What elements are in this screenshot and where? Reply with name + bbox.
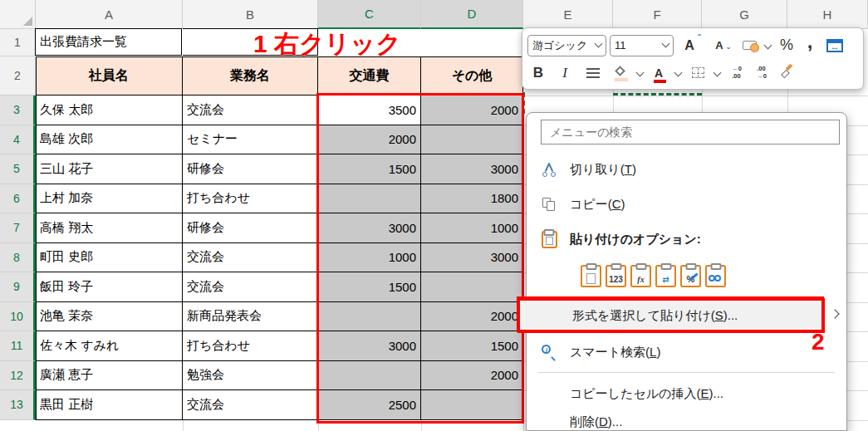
column-header-D[interactable]: D xyxy=(421,0,523,29)
row-header-5[interactable]: 5 xyxy=(0,154,36,184)
cell-B4[interactable]: セミナー xyxy=(183,125,318,155)
borders-button[interactable] xyxy=(689,61,707,85)
decrease-font-size-button[interactable]: Aˇ xyxy=(710,34,728,57)
increase-decimal-button[interactable]: ←0 .00 xyxy=(728,61,746,85)
cell-D4[interactable] xyxy=(421,125,523,155)
column-header-C[interactable]: C xyxy=(318,0,421,29)
header-cell-B2[interactable]: 業務名 xyxy=(183,56,318,96)
cell-C6[interactable] xyxy=(318,184,421,214)
cell-C8[interactable]: 1000 xyxy=(318,243,421,273)
column-header-A[interactable]: A xyxy=(36,0,183,29)
decrease-decimal-button[interactable]: .00 →0 xyxy=(753,61,771,85)
cell-D7[interactable]: 1000 xyxy=(421,213,523,243)
paste-formulas-icon[interactable]: fx xyxy=(630,265,651,287)
cell-D11[interactable]: 1500 xyxy=(421,331,523,361)
paste-link-icon[interactable] xyxy=(705,265,726,287)
cell-A1[interactable]: 出張費請求一覧 xyxy=(35,28,182,56)
paste-values-icon[interactable]: 123 xyxy=(606,265,626,287)
cell-A4[interactable]: 島雄 次郎 xyxy=(36,125,183,155)
row-header-12[interactable]: 12 xyxy=(0,361,36,391)
cell-B9[interactable]: 交流会 xyxy=(183,272,318,302)
row-header-11[interactable]: 11 xyxy=(0,331,36,361)
cell-B7[interactable]: 研修会 xyxy=(183,213,318,243)
column-header-F[interactable]: F xyxy=(613,0,702,29)
cell-D5[interactable]: 3000 xyxy=(421,154,523,184)
select-all-corner[interactable] xyxy=(0,0,36,29)
cell-D9[interactable] xyxy=(421,272,523,302)
fill-color-button[interactable] xyxy=(612,61,630,85)
row-header-1[interactable]: 1 xyxy=(0,29,36,56)
cell-C12[interactable] xyxy=(318,361,421,391)
row-header-3[interactable]: 3 xyxy=(0,96,36,125)
paste-icon[interactable] xyxy=(581,265,601,287)
menu-search-input[interactable] xyxy=(541,120,840,144)
cell-A11[interactable]: 佐々木 すみれ xyxy=(36,331,183,361)
cell-D3[interactable]: 2000 xyxy=(421,96,523,125)
italic-button[interactable]: I xyxy=(556,61,574,85)
column-header-B[interactable]: B xyxy=(183,0,318,29)
comma-style-button[interactable]: , xyxy=(801,34,819,57)
cell-B13[interactable]: 交流会 xyxy=(183,390,318,420)
cell-A7[interactable]: 高橋 翔太 xyxy=(36,213,183,243)
cell-C7[interactable]: 3000 xyxy=(318,213,421,243)
cell-A9[interactable]: 飯田 玲子 xyxy=(36,272,183,302)
center-align-button[interactable] xyxy=(584,61,602,85)
menu-item-insert-copied-cells[interactable]: コピーしたセルの挿入(E)... xyxy=(527,381,846,406)
accounting-number-format-button[interactable] xyxy=(740,34,758,57)
menu-item-copy[interactable]: コピー(C) xyxy=(527,192,846,217)
header-cell-D2[interactable]: その他 xyxy=(421,56,523,96)
menu-item-delete[interactable]: 削除(D)... xyxy=(527,409,846,431)
cell-D6[interactable]: 1800 xyxy=(421,184,523,214)
menu-item-smart-lookup[interactable]: i スマート検索(L) xyxy=(527,340,846,365)
cell-C4[interactable]: 2000 xyxy=(318,125,421,155)
cell-B8[interactable]: 交流会 xyxy=(183,243,318,273)
cell-D12[interactable]: 2000 xyxy=(421,361,523,391)
cell-A3[interactable]: 久保 太郎 xyxy=(36,96,183,125)
cell-A6[interactable]: 上村 加奈 xyxy=(36,184,183,214)
font-color-button[interactable]: A xyxy=(650,61,668,85)
menu-item-cut[interactable]: 切り取り(T) xyxy=(527,157,846,182)
row-header-2[interactable]: 2 xyxy=(0,56,36,96)
chevron-down-icon[interactable] xyxy=(764,42,772,50)
row-header-7[interactable]: 7 xyxy=(0,213,36,243)
autofit-table-button[interactable]: ↔ xyxy=(826,34,844,57)
cell-B12[interactable]: 勉強会 xyxy=(183,361,318,391)
cell-C9[interactable]: 1500 xyxy=(318,272,421,302)
cell-B11[interactable]: 打ち合わせ xyxy=(183,331,318,361)
font-size-combo[interactable]: 11 xyxy=(610,35,674,56)
cell-D8[interactable]: 3000 xyxy=(421,243,523,273)
row-header-13[interactable]: 13 xyxy=(0,390,36,420)
cell-A13[interactable]: 黒田 正樹 xyxy=(36,390,183,420)
cell-A8[interactable]: 町田 史郎 xyxy=(36,243,183,273)
row-header-4[interactable]: 4 xyxy=(0,125,36,155)
column-header-H[interactable]: H xyxy=(787,0,868,29)
column-header-E[interactable]: E xyxy=(523,0,613,29)
cell-C5[interactable]: 1500 xyxy=(318,154,421,184)
increase-font-size-button[interactable]: Aˆ xyxy=(680,34,699,57)
row-header-9[interactable]: 9 xyxy=(0,272,36,302)
chevron-down-icon[interactable] xyxy=(714,69,722,77)
cell-C13[interactable]: 2500 xyxy=(318,390,421,420)
cell-B5[interactable]: 研修会 xyxy=(183,154,318,184)
cell-D13[interactable] xyxy=(421,390,523,420)
cell-A12[interactable]: 廣瀬 恵子 xyxy=(36,361,183,391)
cell-B10[interactable]: 新商品発表会 xyxy=(183,302,318,332)
cell-C11[interactable]: 3000 xyxy=(318,331,421,361)
header-cell-A2[interactable]: 社員名 xyxy=(36,56,183,96)
cell-A10[interactable]: 池亀 茉奈 xyxy=(36,302,183,332)
paste-formatting-icon[interactable]: % xyxy=(680,265,701,287)
row-header-6[interactable]: 6 xyxy=(0,184,36,214)
cell-C3[interactable]: 3500 xyxy=(318,96,421,125)
header-cell-C2[interactable]: 交通費 xyxy=(318,56,421,96)
paste-transpose-icon[interactable]: ⇄ xyxy=(655,265,676,287)
cell-D10[interactable]: 2000 xyxy=(421,302,523,332)
column-header-G[interactable]: G xyxy=(702,0,787,29)
font-name-combo[interactable]: 游ゴシック xyxy=(527,35,606,56)
format-painter-button[interactable] xyxy=(777,61,796,85)
bold-button[interactable]: B xyxy=(529,61,547,85)
row-header-10[interactable]: 10 xyxy=(0,302,36,332)
chevron-down-icon[interactable] xyxy=(674,69,683,77)
submenu-chevron-icon[interactable] xyxy=(830,309,839,318)
menu-item-paste-special[interactable]: 形式を選択して貼り付け(S)... xyxy=(517,298,825,333)
cell-B3[interactable]: 交流会 xyxy=(183,96,318,125)
